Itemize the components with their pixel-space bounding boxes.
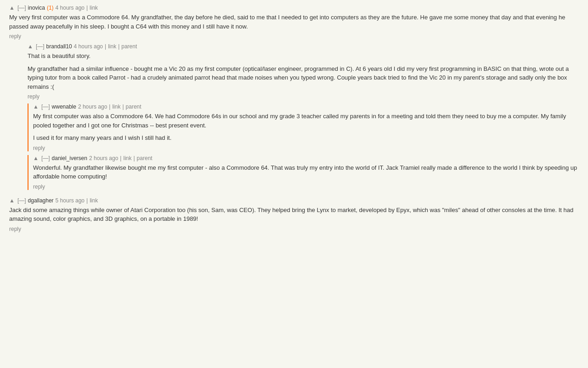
comment-meta-inovica: ▲ [—] inovica (1) 4 hours ago | link (9, 5, 579, 11)
score-inovica: (1) (47, 5, 54, 11)
upvote-arrow-inovica[interactable]: ▲ (9, 5, 15, 11)
parent-daniel[interactable]: parent (137, 155, 153, 161)
collapse-btn-inovica[interactable]: [—] (17, 5, 26, 11)
time-dgallagher: 5 hours ago (56, 197, 85, 204)
collapse-btn-wwenable[interactable]: [—] (41, 104, 50, 110)
link-inovica[interactable]: link (90, 5, 98, 11)
comment-daniel-iversen: ▲ [—] daniel_iversen 2 hours ago | link … (28, 155, 579, 190)
comment-meta-wwenable: ▲ [—] wwenable 2 hours ago | link | pare… (33, 104, 579, 110)
children-inovica: ▲ [—] brandall10 4 hours ago | link | pa… (28, 43, 579, 190)
comment-brandall10: ▲ [—] brandall10 4 hours ago | link | pa… (28, 43, 579, 190)
comment-section: ▲ [—] inovica (1) 4 hours ago | link My … (9, 5, 579, 232)
nested-children-brandall10: ▲ [—] wwenable 2 hours ago | link | pare… (28, 104, 579, 190)
collapse-btn-brandall10[interactable]: [—] (36, 43, 45, 50)
comment-text-brandall10-2: My grandfather had a similar influence -… (28, 64, 579, 92)
link-brandall10[interactable]: link (108, 43, 116, 50)
reply-link-brandall10[interactable]: reply (28, 93, 40, 100)
comment-wwenable: ▲ [—] wwenable 2 hours ago | link | pare… (28, 104, 579, 151)
upvote-arrow-brandall10[interactable]: ▲ (28, 43, 33, 50)
username-brandall10: brandall10 (46, 43, 72, 50)
time-inovica: 4 hours ago (56, 5, 85, 11)
parent-wwenable[interactable]: parent (126, 104, 141, 110)
comment-text-brandall10-1: That is a beautiful story. (28, 52, 579, 61)
reply-link-wwenable[interactable]: reply (33, 145, 45, 151)
username-daniel: daniel_iversen (52, 155, 87, 161)
comment-meta-daniel: ▲ [—] daniel_iversen 2 hours ago | link … (33, 155, 579, 161)
comment-text-inovica: My very first computer was a Commodore 6… (9, 13, 579, 31)
time-brandall10: 4 hours ago (74, 43, 103, 50)
upvote-arrow-daniel[interactable]: ▲ (33, 155, 39, 161)
reply-link-inovica[interactable]: reply (9, 33, 21, 40)
reply-link-dgallagher[interactable]: reply (9, 226, 21, 232)
username-wwenable: wwenable (52, 104, 76, 110)
collapse-btn-daniel[interactable]: [—] (41, 155, 50, 161)
comment-meta-brandall10: ▲ [—] brandall10 4 hours ago | link | pa… (28, 43, 579, 50)
comment-inovica: ▲ [—] inovica (1) 4 hours ago | link My … (9, 5, 579, 190)
username-dgallagher: dgallagher (28, 197, 54, 204)
reply-link-daniel[interactable]: reply (33, 184, 45, 190)
time-daniel: 2 hours ago (89, 155, 118, 161)
comment-text-wwenable-1: My first computer was also a Commodore 6… (33, 112, 579, 130)
upvote-arrow-dgallagher[interactable]: ▲ (9, 197, 15, 204)
collapse-btn-dgallagher[interactable]: [—] (17, 197, 26, 204)
username-inovica: inovica (28, 5, 45, 11)
comment-meta-dgallagher: ▲ [—] dgallagher 5 hours ago | link (9, 197, 579, 204)
comment-dgallagher: ▲ [—] dgallagher 5 hours ago | link Jack… (9, 197, 579, 232)
comment-text-wwenable-2: I used it for many many years and I wish… (33, 133, 579, 143)
link-daniel[interactable]: link (123, 155, 131, 161)
parent-brandall10[interactable]: parent (121, 43, 137, 50)
link-dgallagher[interactable]: link (90, 197, 98, 204)
link-wwenable[interactable]: link (112, 104, 120, 110)
upvote-arrow-wwenable[interactable]: ▲ (33, 104, 39, 110)
comment-text-daniel: Wonderful. My grandfather likewise bough… (33, 163, 579, 181)
comment-text-dgallagher: Jack did some amazing things while owner… (9, 206, 579, 224)
time-wwenable: 2 hours ago (78, 104, 107, 110)
